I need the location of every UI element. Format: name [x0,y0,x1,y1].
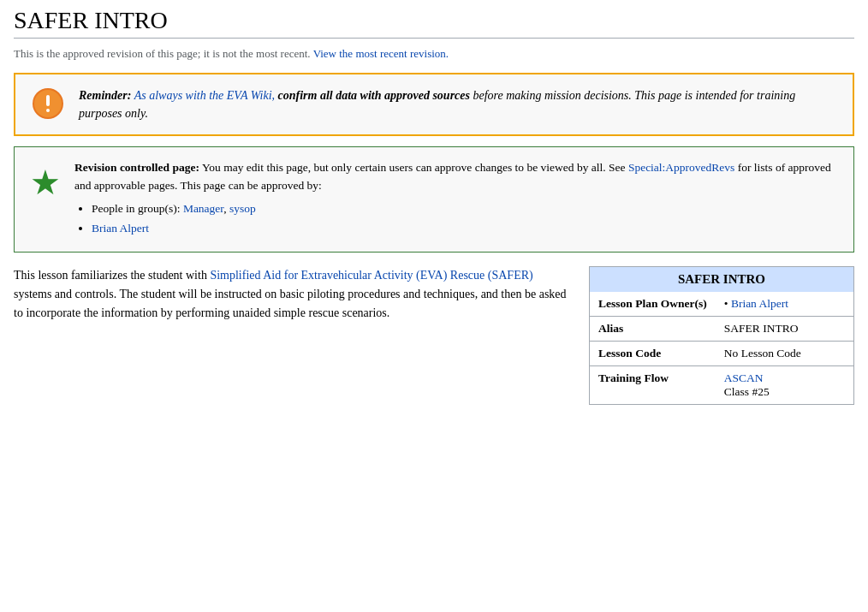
sysop-link[interactable]: sysop [229,202,256,215]
warning-box: Reminder: As always with the EVA Wiki, c… [14,73,854,136]
revision-notice-text: This is the approved revision of this pa… [14,47,311,60]
label-lesson-plan-owner: Lesson Plan Owner(s) [590,292,716,317]
intro-part1: This lesson familiarizes the student wit… [14,269,210,282]
main-content: This lesson familiarizes the student wit… [14,266,854,405]
label-training-flow: Training Flow [590,365,716,404]
info-table-title: SAFER INTRO [590,267,853,292]
list-item: People in group(s): Manager, sysop [92,200,838,218]
reminder-label: Reminder: [79,89,131,102]
label-lesson-code: Lesson Code [590,341,716,365]
revision-approvers-list: People in group(s): Manager, sysop Brian… [92,200,838,238]
table-row: Lesson Plan Owner(s) Brian Alpert [590,292,853,317]
value-lesson-code: No Lesson Code [716,341,853,365]
approved-revs-link[interactable]: Special:ApprovedRevs [628,161,734,174]
svg-rect-3 [46,109,50,112]
manager-link[interactable]: Manager [183,202,223,215]
revision-notice-link[interactable]: View the most recent revision. [313,47,449,60]
group-label: People in group(s): [92,202,183,215]
svg-rect-2 [46,95,50,106]
revision-controlled-text: Revision controlled page: You may edit t… [74,159,838,240]
intro-text: This lesson familiarizes the student wit… [14,266,572,324]
value-training-flow: ASCAN Class #25 [716,365,853,404]
table-row: Training Flow ASCAN Class #25 [590,365,853,404]
table-row: Lesson Code No Lesson Code [590,341,853,365]
star-icon: ★ [30,166,61,200]
eva-wiki-link[interactable]: As always with the EVA Wiki, [134,89,275,102]
table-row: Alias SAFER INTRO [590,316,853,341]
brian-alpert-link[interactable]: Brian Alpert [731,297,788,310]
safer-link[interactable]: Simplified Aid for Extravehicular Activi… [210,269,532,282]
value-lesson-plan-owner: Brian Alpert [716,292,853,317]
class-number: Class #25 [724,385,770,398]
info-table: SAFER INTRO Lesson Plan Owner(s) Brian A… [589,266,854,405]
revision-notice: This is the approved revision of this pa… [14,45,854,62]
revision-controlled-label: Revision controlled page: [74,161,199,174]
intro-part2: systems and controls. The student will b… [14,288,567,319]
bullet-item [724,297,731,310]
value-alias: SAFER INTRO [716,316,853,341]
warning-text: Reminder: As always with the EVA Wiki, c… [79,86,837,122]
revision-text-1: You may edit this page, but only certain… [202,161,628,174]
list-item: Brian Alpert [92,220,838,238]
revision-box: ★ Revision controlled page: You may edit… [14,146,854,253]
warning-icon [31,86,65,121]
page-title: SAFER INTRO [14,7,854,39]
label-alias: Alias [590,316,716,341]
warning-bold-text: confirm all data with approved sources [278,89,470,102]
brian-alpert-link-rev[interactable]: Brian Alpert [92,222,149,235]
ascan-link[interactable]: ASCAN [724,371,764,384]
